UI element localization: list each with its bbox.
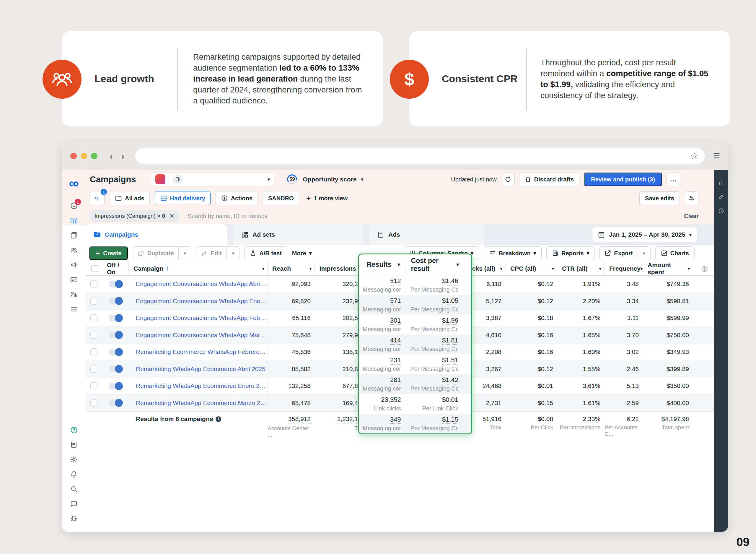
add-column-icon[interactable]: ⊕ xyxy=(693,262,714,276)
results-value[interactable]: 301 xyxy=(390,317,401,325)
results-value[interactable]: 512 xyxy=(390,277,401,285)
forward-icon[interactable]: › xyxy=(121,151,124,161)
row-checkbox[interactable] xyxy=(90,399,98,406)
posts-icon[interactable] xyxy=(70,261,78,269)
column-header-reach[interactable]: Reach▾ xyxy=(267,262,315,276)
minimize-window-button[interactable] xyxy=(81,153,87,159)
column-header-ctr[interactable]: CTR (all)▾ xyxy=(557,262,605,276)
tab-ad-sets[interactable]: Ad sets xyxy=(233,224,363,245)
column-header-clicks[interactable]: Clicks (all)▾ xyxy=(473,262,506,276)
row-checkbox[interactable] xyxy=(90,366,98,373)
notifications-bell-icon[interactable] xyxy=(70,470,78,478)
billing-icon[interactable] xyxy=(70,275,78,284)
notes-icon[interactable] xyxy=(70,441,78,449)
campaign-toggle[interactable] xyxy=(109,399,122,406)
chevron-down-icon[interactable]: ▾ xyxy=(361,176,364,182)
chevron-down-icon[interactable]: ▾ xyxy=(179,247,191,260)
tab-campaigns[interactable]: Campaigns xyxy=(86,224,228,245)
pages-icon[interactable] xyxy=(70,231,78,239)
cost-per-result-value[interactable]: $1.05 xyxy=(442,297,458,305)
campaign-toggle[interactable] xyxy=(109,315,122,322)
more-options-button[interactable]: ... xyxy=(667,173,680,186)
clock-icon[interactable] xyxy=(718,208,724,214)
campaign-toggle[interactable] xyxy=(109,366,122,372)
cost-per-result-value[interactable]: $1.42 xyxy=(442,376,458,384)
campaign-link[interactable]: Engagement Conversaciones WhatsApp Marzo… xyxy=(136,332,267,339)
charts-button[interactable]: Charts xyxy=(655,246,695,260)
campaign-link[interactable]: Engagement Conversaciones WhatsApp Febre… xyxy=(136,314,267,322)
results-value[interactable]: 231 xyxy=(390,356,401,365)
cost-per-result-value[interactable]: $1.99 xyxy=(442,317,458,325)
create-button[interactable]: + Create xyxy=(89,246,128,260)
messages-icon[interactable] xyxy=(70,500,78,508)
opportunity-score-label[interactable]: Opportunity score xyxy=(303,176,357,183)
select-all-checkbox[interactable] xyxy=(91,265,98,272)
breakdown-button[interactable]: Breakdown ▾ xyxy=(484,246,542,260)
column-header-impressions[interactable]: Impressions xyxy=(315,262,359,276)
add-more-view-button[interactable]: + 1 more view xyxy=(307,194,348,203)
campaign-toggle[interactable] xyxy=(109,281,122,287)
row-checkbox[interactable] xyxy=(90,297,98,304)
view-actions[interactable]: Actions xyxy=(215,191,258,205)
row-checkbox[interactable] xyxy=(90,314,98,322)
tab-ads[interactable]: Ads xyxy=(369,224,484,245)
row-checkbox[interactable] xyxy=(90,382,98,389)
campaign-toggle[interactable] xyxy=(109,383,122,389)
column-header-frequency[interactable]: Frequency▾ xyxy=(605,262,643,276)
address-bar[interactable]: ☆ xyxy=(135,148,705,164)
review-and-publish-button[interactable]: Review and publish (3) xyxy=(584,173,662,186)
bug-icon[interactable] xyxy=(70,514,78,523)
campaign-link[interactable]: Engagement Conversaciones WhatsApp Abril… xyxy=(136,280,267,287)
column-header-campaign[interactable]: Campaign↑ ▾ xyxy=(129,262,267,276)
overlay-header-results[interactable]: Results▾ xyxy=(359,255,406,275)
menu-icon[interactable] xyxy=(70,305,78,313)
help-icon[interactable] xyxy=(70,426,78,434)
row-checkbox[interactable] xyxy=(90,348,98,355)
campaign-link[interactable]: Remarketing Ecommerce WhatsApp Febrero 2… xyxy=(136,348,267,355)
pencil-icon[interactable] xyxy=(718,193,724,200)
view-had-delivery[interactable]: Had delivery xyxy=(155,191,210,205)
browser-menu-icon[interactable]: ≡ xyxy=(713,149,720,163)
back-icon[interactable]: ‹ xyxy=(110,151,113,161)
save-edits-button[interactable]: Save edits xyxy=(639,191,680,205)
campaign-link[interactable]: Remarketing WhatsApp Ecommerce Abril 202… xyxy=(136,366,265,373)
column-header-cpc[interactable]: CPC (all)▾ xyxy=(506,262,557,276)
remove-filter-icon[interactable]: ✕ xyxy=(169,212,175,220)
ad-account-selector[interactable]: ▾ xyxy=(151,172,274,186)
campaign-toggle[interactable] xyxy=(109,349,122,355)
export-button[interactable]: Export ▾ xyxy=(600,246,650,260)
search-view-button[interactable]: 1 xyxy=(89,191,105,205)
discard-drafts-button[interactable]: Discard drafts xyxy=(519,173,580,186)
close-window-button[interactable] xyxy=(70,153,77,159)
cost-per-result-value[interactable]: $1.81 xyxy=(442,337,458,345)
results-value[interactable]: 571 xyxy=(390,297,401,305)
zoom-window-button[interactable] xyxy=(91,153,98,159)
reports-button[interactable]: Reports ▾ xyxy=(546,246,595,260)
campaigns-table-icon[interactable] xyxy=(70,216,78,225)
ad-account-icon[interactable]: 1 xyxy=(70,202,78,210)
results-value[interactable]: 23,352 xyxy=(381,396,401,404)
info-icon[interactable]: i xyxy=(215,416,221,422)
results-value[interactable]: 281 xyxy=(390,376,401,384)
date-range-selector[interactable]: Jan 1, 2025 – Apr 30, 2025 ▾ xyxy=(592,227,697,242)
edit-button[interactable]: Edit ▾ xyxy=(196,246,240,260)
campaign-link[interactable]: Remarketing WhatsApp Ecommerce Enero 202… xyxy=(136,382,267,389)
cost-per-result-value[interactable]: $0.01 xyxy=(442,396,458,404)
audiences-icon[interactable] xyxy=(70,246,78,254)
filter-chip-impressions[interactable]: Impressions (Campaign) > 0 ✕ xyxy=(89,210,180,222)
chevron-down-icon[interactable]: ▾ xyxy=(638,247,650,260)
campaign-link[interactable]: Remarketing WhatsApp Ecommerce Marzo 202… xyxy=(136,399,267,406)
overlay-header-cpr[interactable]: Cost per result▾ xyxy=(406,255,471,275)
ab-test-button[interactable]: A/B test xyxy=(244,246,287,260)
cost-per-result-value[interactable]: $1.15 xyxy=(442,416,458,424)
bar-chart-icon[interactable] xyxy=(718,179,724,186)
row-checkbox[interactable] xyxy=(90,280,98,287)
row-checkbox[interactable] xyxy=(90,332,98,339)
view-all-ads[interactable]: All ads xyxy=(110,191,150,205)
refresh-button[interactable] xyxy=(501,173,515,186)
column-header-amount-spent[interactable]: Amount spent▾ xyxy=(643,262,693,276)
search-icon[interactable] xyxy=(70,485,78,493)
duplicate-button[interactable]: Duplicate ▾ xyxy=(133,246,191,260)
meta-logo[interactable]: ∞ xyxy=(69,176,79,190)
campaign-link[interactable]: Engagement Conversaciones WhatsApp Enero… xyxy=(136,297,267,304)
